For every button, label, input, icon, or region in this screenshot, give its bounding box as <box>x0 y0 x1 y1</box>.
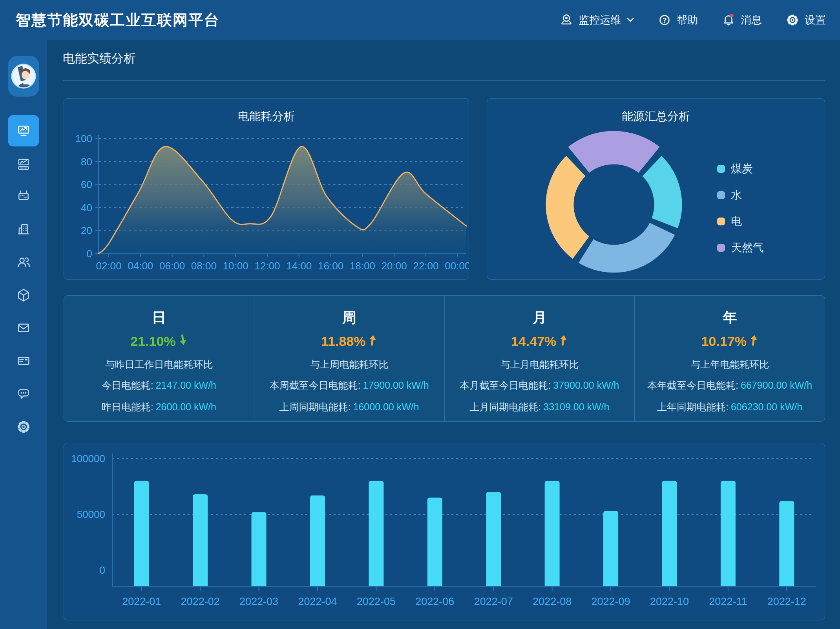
sidebar-item-mail[interactable] <box>8 312 39 344</box>
legend-label: 水 <box>731 188 742 203</box>
sidebar <box>0 40 47 629</box>
building-icon <box>16 221 31 237</box>
stat-row-label: 上年同期电能耗: <box>657 401 729 412</box>
avatar[interactable] <box>8 56 39 97</box>
stat-period-label: 年 <box>723 311 737 325</box>
sidebar-item-system-settings[interactable] <box>8 411 39 442</box>
menu-item-messages[interactable]: 消息 <box>721 13 762 27</box>
menu-item-label: 消息 <box>741 13 762 27</box>
svg-text:2022-02: 2022-02 <box>181 596 220 607</box>
svg-text:2022-09: 2022-09 <box>591 596 630 607</box>
stat-percent: 11.88% <box>321 334 377 348</box>
stat-card-周: 周11.88%与上周电能耗环比本周截至今日电能耗:17900.00 kW/h上周… <box>254 296 444 421</box>
svg-text:16:00: 16:00 <box>318 260 343 272</box>
stat-row-label: 昨日电能耗: <box>102 401 153 412</box>
energy-line-chart-card: 电能耗分析 02040608010002:0004:0006:0008:0010… <box>64 98 469 280</box>
svg-text:?: ? <box>663 16 667 24</box>
stat-row-value: 33109.00 kW/h <box>543 401 609 412</box>
svg-text:2022-05: 2022-05 <box>357 596 396 607</box>
svg-text:04:00: 04:00 <box>128 260 153 272</box>
gear-icon <box>16 419 31 435</box>
stat-row-value: 16000.00 kW/h <box>353 401 419 412</box>
app-header: 智慧节能双碳工业互联网平台 监控运维?帮助消息设置 <box>0 0 840 40</box>
menu-item-label: 帮助 <box>677 13 698 27</box>
stat-description: 与昨日工作日电能耗环比 <box>105 360 213 369</box>
chevron-down-icon <box>626 18 634 22</box>
svg-text:0: 0 <box>87 248 92 260</box>
stat-period-label: 周 <box>342 311 356 325</box>
users-icon <box>16 254 31 270</box>
envelope-icon <box>16 320 31 336</box>
svg-text:2022-06: 2022-06 <box>415 596 454 607</box>
donut-chart-title: 能源汇总分析 <box>487 109 825 124</box>
stat-row-label: 本周截至今日电能耗: <box>270 380 361 391</box>
energy-line-chart: 02040608010002:0004:0006:0008:0010:0012:… <box>64 99 469 279</box>
stat-row-value: 606230.00 kW/h <box>731 401 802 412</box>
menu-item-settings[interactable]: 设置 <box>785 13 826 27</box>
sidebar-item-report-board[interactable] <box>8 148 39 179</box>
svg-text:100000: 100000 <box>71 453 105 464</box>
card-icon <box>16 353 31 369</box>
stat-row-value: 17900.00 kW/h <box>363 380 429 391</box>
svg-text:80: 80 <box>81 156 92 168</box>
svg-text:2022-04: 2022-04 <box>298 596 337 607</box>
legend-item-电[interactable]: 电 <box>717 214 764 229</box>
svg-text:10:00: 10:00 <box>223 260 248 272</box>
stat-row-label: 今日电能耗: <box>102 380 153 391</box>
sidebar-item-assets[interactable] <box>8 280 39 311</box>
bell-icon <box>721 13 736 27</box>
legend-marker <box>717 218 725 225</box>
menu-item-label: 设置 <box>805 13 826 27</box>
svg-text:06:00: 06:00 <box>159 260 185 272</box>
sidebar-item-enterprise[interactable] <box>8 214 39 245</box>
legend-item-水[interactable]: 水 <box>717 188 764 203</box>
svg-text:50000: 50000 <box>77 508 105 520</box>
title-divider <box>63 80 825 80</box>
stat-row-label: 上月同期电能耗: <box>469 401 541 412</box>
stat-card-日: 日21.10%与昨日工作日电能耗环比今日电能耗:2147.00 kW/h昨日电能… <box>64 296 254 421</box>
svg-text:22:00: 22:00 <box>413 260 438 272</box>
svg-text:20:00: 20:00 <box>382 260 407 272</box>
svg-text:00:00: 00:00 <box>445 260 469 272</box>
chart-board-icon <box>16 156 31 172</box>
stat-row-value: 2147.00 kW/h <box>156 380 216 391</box>
sidebar-item-users[interactable] <box>8 247 39 278</box>
stat-card-月: 月14.47%与上月电能耗环比本月截至今日电能耗:37900.00 kW/h上月… <box>444 296 635 421</box>
stat-period-label: 日 <box>152 311 166 325</box>
stat-row: 上月同期电能耗:33109.00 kW/h <box>469 401 609 413</box>
svg-text:08:00: 08:00 <box>191 260 217 272</box>
legend-marker <box>717 165 725 173</box>
stat-row-label: 本月截至今日电能耗: <box>460 380 551 391</box>
trend-up-arrow-icon <box>368 334 377 348</box>
sidebar-item-feedback[interactable] <box>8 378 39 410</box>
donut-legend: 煤炭水电天然气 <box>717 161 764 255</box>
sidebar-item-gateway-device[interactable] <box>8 181 39 212</box>
sidebar-item-billing[interactable] <box>8 345 39 377</box>
help-icon: ? <box>657 13 672 27</box>
svg-text:2022-07: 2022-07 <box>474 596 513 607</box>
svg-text:2022-10: 2022-10 <box>650 596 689 607</box>
legend-item-煤炭[interactable]: 煤炭 <box>717 161 764 176</box>
legend-item-天然气[interactable]: 天然气 <box>717 240 764 255</box>
menu-item-help[interactable]: ?帮助 <box>657 13 698 27</box>
svg-text:20: 20 <box>81 225 92 236</box>
cube-icon <box>16 287 31 303</box>
stat-row: 昨日电能耗:2600.00 kW/h <box>102 401 216 413</box>
gear-icon <box>785 13 800 27</box>
stat-row: 本周截至今日电能耗:17900.00 kW/h <box>270 379 429 391</box>
svg-text:2022-11: 2022-11 <box>709 596 747 607</box>
menu-item-label: 监控运维 <box>579 13 621 27</box>
svg-text:40: 40 <box>81 202 92 214</box>
svg-text:14:00: 14:00 <box>286 260 312 272</box>
trend-up-arrow-icon <box>749 334 758 348</box>
svg-text:2022-12: 2022-12 <box>767 596 806 607</box>
menu-item-monitor-ops[interactable]: 监控运维 <box>559 13 634 27</box>
sidebar-item-energy-analysis[interactable] <box>8 115 39 146</box>
legend-label: 电 <box>731 214 742 229</box>
stat-percent: 10.17% <box>701 334 758 348</box>
stat-row-value: 37900.00 kW/h <box>553 380 619 391</box>
page-title: 电能实绩分析 <box>63 50 136 67</box>
stat-description: 与上年电能耗环比 <box>690 360 769 369</box>
stat-row-value: 2600.00 kW/h <box>156 401 216 412</box>
stat-period-label: 月 <box>532 311 546 325</box>
